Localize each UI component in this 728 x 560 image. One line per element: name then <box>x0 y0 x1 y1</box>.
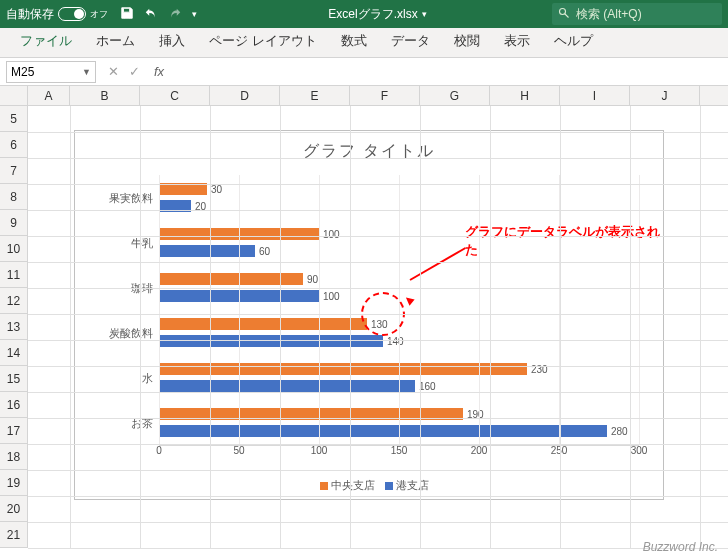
search-box[interactable]: 検索 (Alt+Q) <box>552 3 722 25</box>
x-axis[interactable]: 050100150200250300 <box>159 445 639 463</box>
fx-icon[interactable]: fx <box>150 64 168 79</box>
row-header-10[interactable]: 10 <box>0 236 28 262</box>
column-headers: ABCDEFGHIJ <box>0 86 728 106</box>
tab-データ[interactable]: データ <box>379 26 442 57</box>
window-title: Excelグラフ.xlsx ▾ <box>203 6 552 23</box>
tab-ホーム[interactable]: ホーム <box>84 26 147 57</box>
tab-数式[interactable]: 数式 <box>329 26 379 57</box>
row-header-15[interactable]: 15 <box>0 366 28 392</box>
undo-icon[interactable] <box>144 6 158 23</box>
bar-中央支店[interactable]: 90 <box>159 273 303 285</box>
chevron-down-icon[interactable]: ▼ <box>82 67 91 77</box>
row-header-17[interactable]: 17 <box>0 418 28 444</box>
row-header-18[interactable]: 18 <box>0 444 28 470</box>
bar-中央支店[interactable]: 230 <box>159 363 527 375</box>
row-header-12[interactable]: 12 <box>0 288 28 314</box>
row-header-11[interactable]: 11 <box>0 262 28 288</box>
titlebar: 自動保存 オフ ▾ Excelグラフ.xlsx ▾ 検索 (Alt+Q) <box>0 0 728 28</box>
chart-title[interactable]: グラフ タイトル <box>75 131 663 166</box>
enter-icon[interactable]: ✓ <box>129 64 140 79</box>
tab-表示[interactable]: 表示 <box>492 26 542 57</box>
row-headers: 56789101112131415161718192021 <box>0 106 28 548</box>
redo-icon[interactable] <box>168 6 182 23</box>
bar-港支店[interactable]: 160 <box>159 380 415 392</box>
qat-dropdown-icon[interactable]: ▾ <box>192 9 197 19</box>
tab-ファイル[interactable]: ファイル <box>8 26 84 57</box>
quick-access-toolbar: ▾ <box>114 6 203 23</box>
x-tick: 300 <box>631 445 648 456</box>
svg-line-1 <box>565 13 569 17</box>
x-tick: 200 <box>471 445 488 456</box>
col-header-A[interactable]: A <box>28 86 70 105</box>
data-label[interactable]: 100 <box>319 290 340 301</box>
x-tick: 150 <box>391 445 408 456</box>
x-tick: 250 <box>551 445 568 456</box>
x-tick: 100 <box>311 445 328 456</box>
watermark: Buzzword Inc. <box>643 540 718 554</box>
bar-港支店[interactable]: 280 <box>159 425 607 437</box>
title-dropdown-icon[interactable]: ▾ <box>422 9 427 19</box>
data-label[interactable]: 60 <box>255 245 270 256</box>
autosave-state: オフ <box>90 8 108 21</box>
row-header-6[interactable]: 6 <box>0 132 28 158</box>
worksheet-grid[interactable]: ABCDEFGHIJ 56789101112131415161718192021… <box>0 86 728 560</box>
row-header-20[interactable]: 20 <box>0 496 28 522</box>
row-header-9[interactable]: 9 <box>0 210 28 236</box>
data-label[interactable]: 160 <box>415 380 436 391</box>
legend-label[interactable]: 港支店 <box>396 479 429 491</box>
col-header-C[interactable]: C <box>140 86 210 105</box>
bar-港支店[interactable]: 60 <box>159 245 255 257</box>
autosave-toggle[interactable]: 自動保存 オフ <box>0 6 114 23</box>
row-header-5[interactable]: 5 <box>0 106 28 132</box>
row-header-13[interactable]: 13 <box>0 314 28 340</box>
tab-挿入[interactable]: 挿入 <box>147 26 197 57</box>
row-header-14[interactable]: 14 <box>0 340 28 366</box>
col-header-F[interactable]: F <box>350 86 420 105</box>
category-label[interactable]: 水 <box>79 370 159 385</box>
legend-swatch <box>320 482 328 490</box>
cells-area[interactable]: グラフ タイトル 果実飲料3020牛乳10060珈琲90100炭酸飲料13014… <box>28 106 728 548</box>
formula-bar-row: M25 ▼ ✕ ✓ fx <box>0 58 728 86</box>
autosave-label: 自動保存 <box>6 6 54 23</box>
row-header-8[interactable]: 8 <box>0 184 28 210</box>
data-label[interactable]: 280 <box>607 425 628 436</box>
col-header-J[interactable]: J <box>630 86 700 105</box>
col-header-G[interactable]: G <box>420 86 490 105</box>
svg-point-0 <box>560 8 566 14</box>
formula-buttons: ✕ ✓ fx <box>102 64 174 79</box>
row-header-7[interactable]: 7 <box>0 158 28 184</box>
tab-ページ レイアウト[interactable]: ページ レイアウト <box>197 26 329 57</box>
col-header-I[interactable]: I <box>560 86 630 105</box>
bar-中央支店[interactable]: 130 <box>159 318 367 330</box>
legend-swatch <box>385 482 393 490</box>
save-icon[interactable] <box>120 6 134 23</box>
category-label[interactable]: 果実飲料 <box>79 190 159 205</box>
cell-reference: M25 <box>11 65 34 79</box>
col-header-H[interactable]: H <box>490 86 560 105</box>
col-header-D[interactable]: D <box>210 86 280 105</box>
x-tick: 0 <box>156 445 162 456</box>
chart-legend[interactable]: 中央支店港支店 <box>75 478 663 493</box>
row-header-16[interactable]: 16 <box>0 392 28 418</box>
ribbon-tabs: ファイルホーム挿入ページ レイアウト数式データ校閲表示ヘルプ <box>0 28 728 58</box>
cancel-icon[interactable]: ✕ <box>108 64 119 79</box>
filename: Excelグラフ.xlsx <box>328 6 417 23</box>
tab-校閲[interactable]: 校閲 <box>442 26 492 57</box>
row-header-21[interactable]: 21 <box>0 522 28 548</box>
select-all-corner[interactable] <box>0 86 28 105</box>
data-label[interactable]: 100 <box>319 229 340 240</box>
tab-ヘルプ[interactable]: ヘルプ <box>542 26 605 57</box>
search-icon <box>558 7 570 22</box>
col-header-E[interactable]: E <box>280 86 350 105</box>
data-label[interactable]: 90 <box>303 274 318 285</box>
annotation-text: グラフにデータラベルが表示された <box>465 223 663 259</box>
name-box[interactable]: M25 ▼ <box>6 61 96 83</box>
x-tick: 50 <box>233 445 244 456</box>
category-label[interactable]: 牛乳 <box>79 235 159 250</box>
col-header-B[interactable]: B <box>70 86 140 105</box>
category-label[interactable]: 炭酸飲料 <box>79 325 159 340</box>
row-header-19[interactable]: 19 <box>0 470 28 496</box>
search-placeholder: 検索 (Alt+Q) <box>576 6 642 23</box>
formula-input[interactable] <box>174 61 728 83</box>
legend-label[interactable]: 中央支店 <box>331 479 375 491</box>
